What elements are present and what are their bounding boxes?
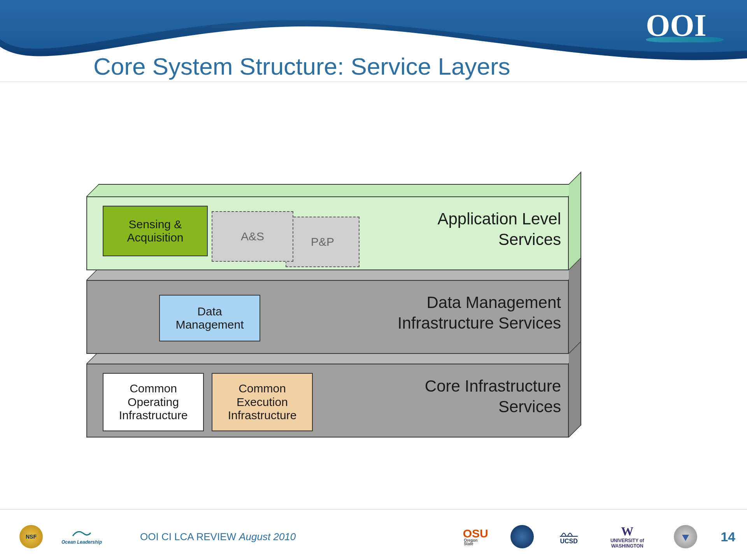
core-title-line2: Services (498, 397, 561, 416)
ocean-leadership-logo-icon: Ocean Leadership (58, 525, 105, 548)
cei-box: Common Execution Infrastructure (212, 373, 313, 431)
partner-round-logo-icon (510, 525, 534, 548)
dm-box: Data Management (159, 295, 260, 341)
app-title-line1: Application Level (437, 210, 561, 228)
page-title: Core System Structure: Service Layers (93, 52, 510, 80)
pp-box: P&P (286, 217, 359, 267)
coi-box: Common Operating Infrastructure (103, 373, 204, 431)
dm-title-line1: Data Management (426, 293, 561, 312)
ooi-logo-text: OOI (646, 8, 707, 42)
core-infrastructure-layer: Core Infrastructure Services Common Oper… (86, 364, 569, 438)
footer-divider (0, 509, 747, 509)
sensing-acquisition-box: Sensing & Acquisition (103, 206, 208, 256)
dm-title-line2: Infrastructure Services (398, 314, 561, 332)
core-title-line1: Core Infrastructure (425, 377, 561, 395)
uw-logo-icon: W UNIVERSITY of WASHINGTON (604, 525, 651, 548)
ucsd-logo-icon: UCSD (557, 525, 580, 548)
app-title-line2: Services (498, 230, 561, 248)
application-level-layer: Application Level Services P&P A&S Sensi… (86, 196, 569, 270)
page-number: 14 (721, 529, 735, 544)
footer: NSF Ocean Leadership OOI CI LCA REVIEW A… (0, 513, 747, 560)
osu-logo-icon: OSU Oregon State (464, 525, 487, 548)
partner-round2-logo-icon (674, 525, 697, 548)
footer-review-text: OOI CI LCA REVIEW August 2010 (140, 531, 296, 543)
data-management-layer: Data Management Infrastructure Services … (86, 280, 569, 354)
ooi-logo: OOI (646, 8, 724, 42)
as-box: A&S (212, 211, 293, 262)
service-layers-diagram: Core Infrastructure Services Common Oper… (86, 192, 577, 465)
title-divider (0, 82, 747, 82)
nsf-logo-icon: NSF (19, 525, 43, 548)
